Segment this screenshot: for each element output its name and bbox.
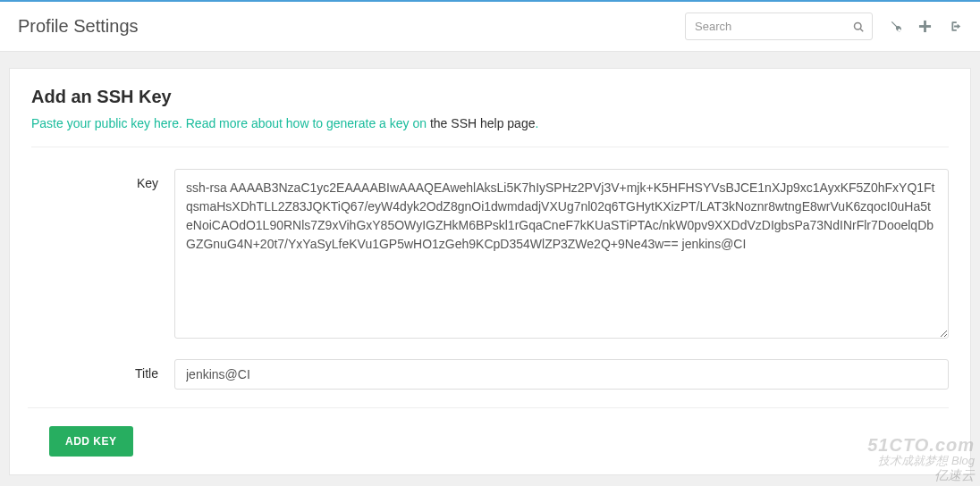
key-row: Key [31, 169, 949, 341]
ssh-help-link[interactable]: the SSH help page [430, 116, 536, 130]
helper-suffix: . [535, 116, 538, 130]
card-title: Add an SSH Key [31, 87, 949, 107]
title-input[interactable] [174, 359, 949, 390]
sign-out-icon[interactable] [948, 20, 962, 33]
helper-prefix: Paste your public key here. Read more ab… [31, 116, 430, 130]
svg-rect-3 [919, 25, 931, 28]
key-control [174, 169, 949, 341]
search-input[interactable] [685, 13, 873, 40]
header-actions [685, 13, 962, 40]
key-label: Key [31, 169, 174, 190]
actions-row: ADD KEY [28, 407, 949, 457]
content-area: Add an SSH Key Paste your public key her… [0, 52, 980, 475]
header-bar: Profile Settings [0, 0, 980, 52]
page-title: Profile Settings [18, 16, 139, 37]
key-textarea[interactable] [174, 169, 949, 339]
add-key-button[interactable]: ADD KEY [49, 426, 133, 457]
plus-icon[interactable] [918, 20, 932, 33]
ssh-key-card: Add an SSH Key Paste your public key her… [9, 68, 971, 475]
title-row: Title [31, 359, 949, 390]
title-control [174, 359, 949, 390]
search-wrap [685, 13, 873, 40]
wrench-icon[interactable] [889, 20, 902, 33]
helper-text: Paste your public key here. Read more ab… [31, 116, 949, 147]
title-label: Title [31, 359, 174, 381]
